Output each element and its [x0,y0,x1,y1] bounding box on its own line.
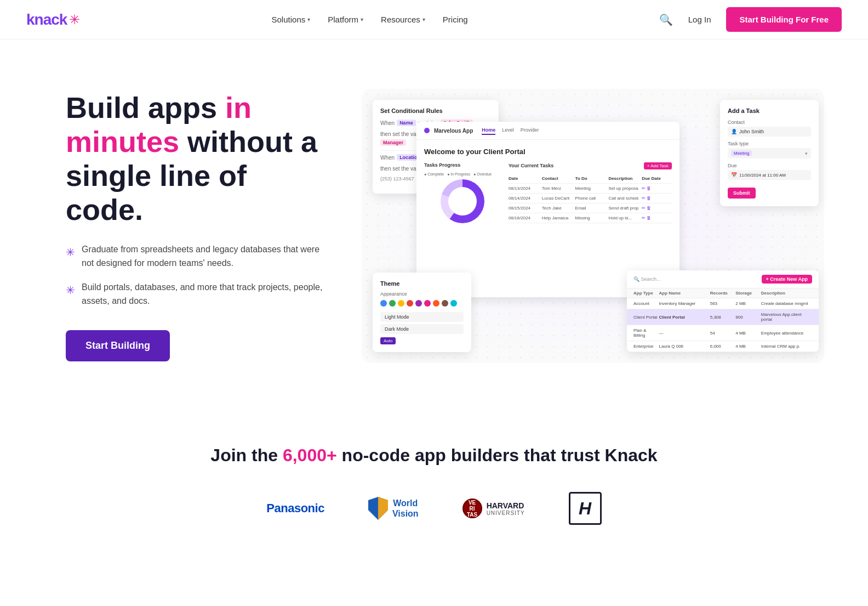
nav-solutions-label: Solutions [272,15,306,24]
logo-world-vision: World Vision [368,492,419,525]
due-field-label: Due [728,163,811,168]
hero-headline: Build apps in minutes without a single l… [66,90,329,226]
worldvision-shield-icon [368,497,388,520]
add-task-button[interactable]: + Add Task [644,162,672,169]
harvard-subtitle: UNIVERSITY [487,510,525,516]
task-edit-icon[interactable]: ✏ 🗑 [642,186,672,191]
color-dot-yellow[interactable] [398,300,404,307]
task-type: Email [575,206,606,211]
nav-right: 🔍 Log In Start Building For Free [659,7,842,32]
color-dot-pink[interactable] [424,300,431,307]
submit-button[interactable]: Submit [728,188,756,199]
color-dot-cyan[interactable] [450,300,457,307]
logo[interactable]: knack ✳ [26,11,80,29]
nav-resources-label: Resources [381,15,420,24]
worldvision-text: World Vision [392,498,419,519]
color-dot-purple[interactable] [415,300,422,307]
portal-tabs: Home Level Provider [482,126,539,135]
portal-tab-home[interactable]: Home [482,126,495,135]
nav-platform[interactable]: Platform ▾ [328,15,363,24]
contact-name: John Smith [739,129,764,134]
nav-pricing[interactable]: Pricing [443,15,468,24]
col-contact: Contact [542,176,572,181]
login-button[interactable]: Log In [682,10,718,29]
create-new-app-button[interactable]: + Create New App [762,275,812,284]
harvard-name: HARVARD [487,501,525,510]
logo-panasonic: Panasonic [266,492,324,525]
chevron-down-icon: ▾ [422,16,425,22]
cell-type: Account [633,301,659,306]
legend-progress: ● In Progress [447,172,470,176]
cell-desc: Employee attendance [761,331,812,336]
add-task-title: Add a Task [728,107,811,114]
auto-button[interactable]: Auto [380,337,396,344]
honda-h-icon: H [579,499,591,519]
logo-harvard: VERITAS HARVARD UNIVERSITY [462,492,525,525]
table-column-headers: App Type App Name Records Storage Descri… [627,288,819,298]
task-edit-icon[interactable]: ✏ 🗑 [642,216,672,220]
table-row: 08/15/2024 Tech Jake Email Send draft pr… [509,203,672,213]
tasks-progress-section: Tasks Progress ● Complete ● In Progress … [424,162,501,223]
tasks-section-title: Your Current Tasks [509,163,553,168]
color-dot-green[interactable] [389,300,396,307]
logos-row: Panasonic World Vision VERITAS HARVARD [22,492,846,525]
navigation: knack ✳ Solutions ▾ Platform ▾ Resources… [0,0,868,39]
task-contact: Tech Jake [542,206,572,211]
color-dot-orange[interactable] [433,300,439,307]
hero-right: Set Conditional Rules When Name contains… [362,89,824,363]
color-dot-red[interactable] [407,300,413,307]
cell-type: Client Portal [633,315,659,320]
nav-platform-label: Platform [328,15,358,24]
task-type-label: Task type [728,141,811,146]
task-edit-icon[interactable]: ✏ 🗑 [642,196,672,201]
task-edit-icon[interactable]: ✏ 🗑 [642,206,672,211]
col-app-type: App Type [633,291,659,296]
portal-welcome-text: Welcome to your Client Portal [424,148,672,156]
start-building-button[interactable]: Start Building [66,330,170,361]
search-icon[interactable]: 🔍 [659,13,673,26]
portal-tab-level[interactable]: Level [502,126,514,135]
hero-bullets: ✳ Graduate from spreadsheets and legacy … [66,242,329,308]
theme-dark-option[interactable]: Dark Mode [380,324,464,334]
meeting-chip: Meeting [731,150,752,156]
bullet-star-icon: ✳ [66,243,75,261]
col-app-name: App Name [659,291,710,296]
chart-title: Tasks Progress [424,162,501,168]
task-desc: Call and schedule... [608,196,638,201]
task-date: 08/15/2024 [509,206,539,211]
due-date-text: 11/30/2024 at 11:00 AM [739,173,786,178]
due-field-value: 📅 11/30/2024 at 11:00 AM [728,170,811,180]
cell-storage: 4 MB [735,344,761,349]
bullet-star-icon: ✳ [66,281,75,299]
nav-resources[interactable]: Resources ▾ [381,15,425,24]
theme-light-option[interactable]: Light Mode [380,312,464,322]
task-date: 08/13/2024 [509,186,539,191]
honda-wordmark: H [569,492,602,525]
table-search-icon[interactable]: 🔍 Search... [633,276,661,282]
table-row: Client Portal Client Portal 5,308 900 Ma… [627,309,819,325]
cell-name: Laura Q 006 [659,344,710,349]
col-todo: To Do [575,176,606,181]
color-dot-blue[interactable] [380,300,387,307]
task-type: Missing [575,216,606,220]
table-row: Plan & Billing — 54 4 MB Employee attend… [627,325,819,341]
table-header: 🔍 Search... + Create New App [627,270,819,288]
theme-card: Theme Appearance Light Mode Dark Mode Au [373,273,471,352]
logo-honda: H [569,492,602,525]
donut-hole [448,187,477,216]
task-contact: Tom Merz [542,186,572,191]
headline-suffix: no-code app builders that trust Knack [337,445,658,465]
rule2-phone-value: (253) 123-4567 [380,176,414,182]
logo-star-icon: ✳ [69,12,80,27]
task-date: 08/18/2024 [509,216,539,220]
nav-solutions[interactable]: Solutions ▾ [272,15,311,24]
start-building-for-free-button[interactable]: Start Building For Free [726,7,842,32]
hero-bullet-1: ✳ Graduate from spreadsheets and legacy … [66,242,329,270]
task-desc: Hold up bi... [608,216,638,220]
contact-field-value: 👤 John Smith [728,127,811,137]
cell-desc: Create database mngmt [761,301,812,306]
color-dot-brown[interactable] [442,300,448,307]
task-desc: Set up proposal... [608,186,638,191]
rules-card-title: Set Conditional Rules [380,107,491,114]
portal-tab-provider[interactable]: Provider [521,126,539,135]
